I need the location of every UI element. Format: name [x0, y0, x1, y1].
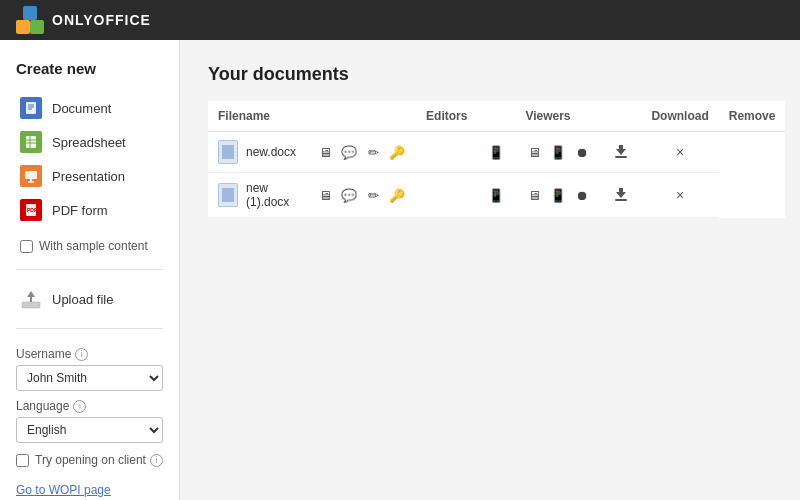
- editor-edit-icon[interactable]: ✏: [364, 186, 382, 204]
- viewer-phone-icon[interactable]: 📱: [487, 143, 505, 161]
- svg-rect-7: [26, 136, 36, 148]
- svg-rect-2: [23, 6, 37, 20]
- col-spacer3: [601, 101, 641, 132]
- editor-icons-cell: 🖥 💬 ✏ 🔑: [306, 173, 416, 218]
- editor-icons-cell: 🖥 💬 ✏ 🔑: [306, 132, 416, 173]
- remove-button[interactable]: ×: [672, 185, 688, 205]
- svg-rect-1: [30, 20, 44, 34]
- viewer-phone-cell: 📱: [477, 173, 515, 218]
- file-cell: new.docx: [208, 132, 306, 173]
- file-thumb: [218, 140, 238, 164]
- svg-marker-17: [27, 291, 35, 302]
- editor-monitor-icon[interactable]: 🖥: [316, 186, 334, 204]
- viewer-phone-icon[interactable]: 📱: [487, 186, 505, 204]
- viewer-record-icon[interactable]: ⏺: [573, 186, 591, 204]
- sample-content-checkbox[interactable]: [20, 240, 33, 253]
- presentation-label: Presentation: [52, 169, 125, 184]
- viewer-monitor-icon[interactable]: 🖥: [525, 186, 543, 204]
- editor-monitor-icon[interactable]: 🖥: [316, 143, 334, 161]
- viewer-phone-cell: 📱: [477, 132, 515, 173]
- table-row: new.docx 🖥 💬 ✏ 🔑 📱 🖥 📱 ⏺ ×: [208, 132, 785, 173]
- svg-rect-0: [16, 20, 30, 34]
- download-button[interactable]: [611, 141, 631, 164]
- language-label-text: Language: [16, 399, 69, 413]
- pdf-form-icon: PDF: [20, 199, 42, 221]
- document-label: Document: [52, 101, 111, 116]
- spreadsheet-label: Spreadsheet: [52, 135, 126, 150]
- editor-key-settings-icon[interactable]: 🔑: [388, 143, 406, 161]
- col-download: Download: [641, 101, 718, 132]
- editor-key-settings-icon[interactable]: 🔑: [388, 186, 406, 204]
- username-label-row: Username i: [16, 347, 163, 361]
- upload-icon: [20, 288, 42, 310]
- username-group: Username i John Smith: [16, 347, 163, 391]
- editor-chat-icon[interactable]: 💬: [340, 186, 358, 204]
- svg-rect-16: [22, 302, 40, 308]
- sample-content-label: With sample content: [39, 239, 148, 253]
- viewer-tablet-icon[interactable]: 📱: [549, 186, 567, 204]
- username-info-icon[interactable]: i: [75, 348, 88, 361]
- username-select[interactable]: John Smith: [16, 365, 163, 391]
- col-remove: Remove: [719, 101, 786, 132]
- svg-rect-3: [26, 102, 36, 114]
- download-icon: [613, 186, 629, 202]
- editor-chat-icon[interactable]: 💬: [340, 143, 358, 161]
- create-spreadsheet-item[interactable]: Spreadsheet: [16, 125, 163, 159]
- create-presentation-item[interactable]: Presentation: [16, 159, 163, 193]
- svg-text:PDF: PDF: [27, 207, 37, 213]
- viewer-desktop-cell: 🖥 📱 ⏺: [515, 132, 601, 173]
- editor-edit-icon[interactable]: ✏: [364, 143, 382, 161]
- wopi-link[interactable]: Go to WOPI page: [16, 483, 163, 497]
- upload-file-row[interactable]: Upload file: [16, 282, 163, 316]
- viewer-monitor-icon[interactable]: 🖥: [525, 143, 543, 161]
- remove-button[interactable]: ×: [672, 142, 688, 162]
- logo-area: ONLYOFFICE: [16, 6, 151, 34]
- file-cell: new (1).docx: [208, 173, 306, 218]
- table-header-row: Filename Editors Viewers Download Remove: [208, 101, 785, 132]
- documents-table: Filename Editors Viewers Download Remove…: [208, 101, 785, 218]
- svg-marker-20: [616, 188, 626, 198]
- col-spacer2: [477, 101, 515, 132]
- try-client-label: Try opening on client i: [35, 453, 163, 467]
- download-icon: [613, 143, 629, 159]
- editors-spacer: [416, 132, 477, 173]
- download-button[interactable]: [611, 184, 631, 207]
- viewer-record-icon[interactable]: ⏺: [573, 143, 591, 161]
- language-info-icon[interactable]: i: [73, 400, 86, 413]
- svg-rect-21: [615, 199, 627, 201]
- try-client-row: Try opening on client i: [16, 453, 163, 467]
- pdf-form-label: PDF form: [52, 203, 108, 218]
- download-cell: [601, 132, 641, 173]
- remove-cell: ×: [641, 132, 718, 173]
- table-row: new (1).docx 🖥 💬 ✏ 🔑 📱 🖥 📱 ⏺ ×: [208, 173, 785, 218]
- sidebar: Create new Document Spreadsheet Presenta…: [0, 40, 180, 500]
- filename: new (1).docx: [246, 181, 296, 209]
- app-header: ONLYOFFICE: [0, 0, 800, 40]
- language-select[interactable]: English: [16, 417, 163, 443]
- documents-tbody: new.docx 🖥 💬 ✏ 🔑 📱 🖥 📱 ⏺ × new (1).docx: [208, 132, 785, 218]
- create-document-item[interactable]: Document: [16, 91, 163, 125]
- onlyoffice-logo-icon: [16, 6, 44, 34]
- main-content: Your documents Filename Editors Viewers …: [180, 40, 800, 500]
- try-client-checkbox[interactable]: [16, 454, 29, 467]
- viewer-desktop-cell: 🖥 📱 ⏺: [515, 173, 601, 218]
- col-editors: Editors: [416, 101, 477, 132]
- svg-marker-18: [616, 145, 626, 155]
- viewer-tablet-icon[interactable]: 📱: [549, 143, 567, 161]
- upload-label: Upload file: [52, 292, 113, 307]
- logo-text: ONLYOFFICE: [52, 12, 151, 28]
- svg-rect-19: [615, 156, 627, 158]
- try-client-info-icon[interactable]: i: [150, 454, 163, 467]
- create-new-title: Create new: [16, 60, 163, 77]
- col-spacer1: [306, 101, 416, 132]
- download-cell: [601, 173, 641, 218]
- create-pdf-form-item[interactable]: PDF PDF form: [16, 193, 163, 227]
- language-group: Language i English: [16, 399, 163, 443]
- file-thumb: [218, 183, 238, 207]
- spreadsheet-icon: [20, 131, 42, 153]
- sidebar-divider-1: [16, 269, 163, 270]
- sample-content-row: With sample content: [16, 235, 163, 257]
- document-icon: [20, 97, 42, 119]
- col-viewers: Viewers: [515, 101, 601, 132]
- username-label-text: Username: [16, 347, 71, 361]
